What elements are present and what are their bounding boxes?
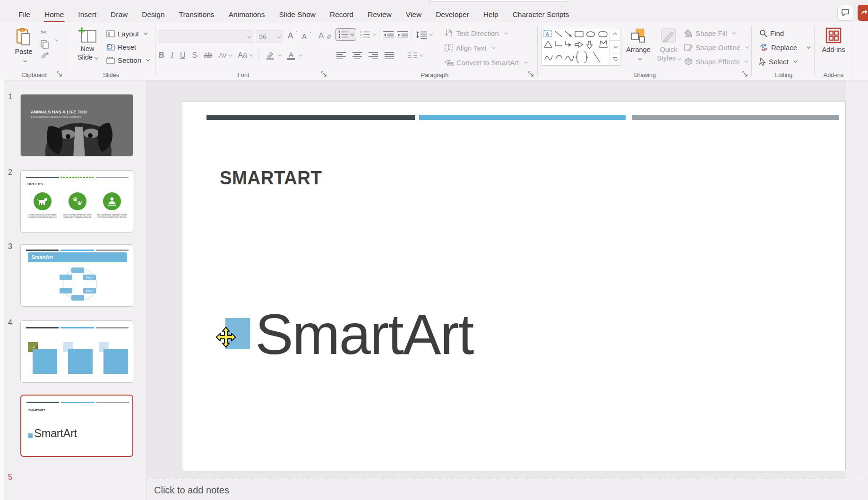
accent-bar-dark[interactable] [206,115,415,120]
slide-thumbnail-1[interactable]: ANIMALS HAS A LIFE TOO A DOCUMENTARY BAS… [20,94,133,156]
arrange-button[interactable]: Arrange [625,28,652,62]
tab-character-scripts[interactable]: Character Scripts [506,8,576,22]
slide-thumbnail-2[interactable]: BREEDS LOREM IPSUM DOLOR SIT AMET, CONSE… [20,170,133,233]
font-name-combo[interactable] [158,30,253,43]
slide-thumbnail-5-selected[interactable]: SMARTART SmartArt [20,395,133,457]
decrease-font-size-button[interactable]: Aˇ [301,30,312,42]
group-separator [751,26,752,76]
shape-outline-label: Shape Outline [696,43,740,52]
character-spacing-button[interactable]: AV [219,52,226,59]
copy-button[interactable] [41,40,49,49]
notes-placeholder[interactable]: Click to add notes [154,485,229,496]
tab-animations[interactable]: Animations [222,8,272,22]
slide-title[interactable]: SMARTART [220,167,322,189]
reset-button[interactable]: Reset [105,41,150,52]
addins-button-label: Add-ins [819,45,848,54]
format-painter-button[interactable] [41,52,49,60]
align-text-button[interactable]: Align Text [443,42,528,53]
quick-styles-button[interactable]: QuickStyles [655,28,682,62]
tab-insert[interactable]: Insert [71,8,103,22]
replace-button[interactable]: bc Replace [758,42,811,53]
paste-dropdown-chevron[interactable] [23,58,27,62]
canvas-right-scroll-area[interactable] [846,80,868,479]
thumb1-subtitle: A DOCUMENTARY BASED ON TRUE INCIDENTS [31,116,81,118]
line-spacing-button[interactable] [416,31,432,39]
clipboard-group: Paste ✂ Clipboard [4,22,64,80]
tab-draw[interactable]: Draw [103,8,135,22]
font-group: 96 Aˆ Aˇ A B I U S ab AV Aa A [158,22,329,80]
tab-transitions[interactable]: Transitions [172,8,222,22]
new-slide-button[interactable]: New Slide [73,27,102,61]
tab-file[interactable]: File [11,8,37,22]
layout-button[interactable]: Layout [105,28,150,39]
italic-button[interactable]: I [171,51,173,60]
align-left-button[interactable] [336,52,346,59]
slide-body-text[interactable]: SmartArt [255,304,473,364]
slide-thumbnail-3[interactable]: SmartArt Step 1 Step 2 [20,244,133,307]
reset-label: Reset [118,43,136,51]
select-button[interactable]: Select [758,56,811,67]
drawing-dialog-launcher[interactable] [742,71,749,78]
paragraph-dialog-launcher[interactable] [528,71,535,78]
cycle-node [71,267,84,273]
clear-formatting-button[interactable]: A [317,30,333,42]
tab-help[interactable]: Help [476,8,506,22]
notes-pane[interactable]: Click to add notes [147,479,868,500]
justify-button[interactable] [385,52,394,59]
paragraph-group-label: Paragraph [334,72,536,78]
align-right-button[interactable] [369,52,378,59]
bold-button[interactable]: B [159,51,164,60]
text-direction-button[interactable]: A Text Direction [443,27,528,39]
paste-button[interactable]: Paste [10,28,37,64]
tab-record[interactable]: Record [323,8,361,22]
gallery-scroll-up-button[interactable] [610,28,620,40]
accent-bar-blue[interactable] [419,115,626,120]
section-button[interactable]: Section [105,54,150,66]
accent-bar-grey[interactable] [632,115,839,120]
tab-developer[interactable]: Developer [429,8,476,22]
slide-canvas[interactable]: SMARTART SmartArt [182,102,846,471]
section-label: Section [118,56,141,64]
tab-view[interactable]: View [399,8,429,22]
tab-home[interactable]: Home [37,8,71,22]
slide-thumbnail-4[interactable] [20,320,133,383]
cycle-node [60,275,72,280]
gallery-scroll-down-button[interactable] [610,40,620,53]
change-case-button[interactable]: Aa [238,51,247,60]
font-color-button[interactable]: A [287,51,295,60]
font-dialog-launcher[interactable] [321,71,328,78]
search-box-remnant[interactable] [428,0,569,1]
find-button[interactable]: Find [758,27,811,39]
strikethrough-button[interactable]: ab [204,51,212,60]
increase-indent-button[interactable] [397,31,408,38]
tab-slide-show[interactable]: Slide Show [272,8,323,22]
clipboard-group-label: Clipboard [4,72,64,78]
underline-button[interactable]: U [180,51,186,60]
clipboard-dialog-launcher[interactable] [57,71,63,78]
shape-outline-button[interactable]: Shape Outline [683,42,749,53]
thumb5-bullet [28,433,33,438]
shape-fill-icon [684,29,693,37]
shape-fill-button[interactable]: Shape Fill [683,27,749,39]
increase-font-size-button[interactable]: Aˆ [286,30,299,42]
shape-effects-button[interactable]: Shape Effects [683,56,749,67]
numbering-button[interactable]: 123 [360,31,375,38]
addins-button[interactable]: Add-ins [819,27,848,54]
shape-gallery[interactable]: A [541,28,620,66]
bullets-button[interactable] [335,28,356,41]
tab-review[interactable]: Review [361,8,399,22]
highlight-color-button[interactable] [266,51,275,60]
cut-button[interactable]: ✂ [41,28,49,37]
gallery-more-button[interactable] [610,53,620,65]
panel-left-scrollbar[interactable] [0,80,4,500]
decrease-indent-button[interactable] [383,31,394,38]
font-size-combo[interactable]: 96 [256,30,283,43]
tab-design[interactable]: Design [135,8,172,22]
columns-button[interactable] [408,52,422,59]
align-center-button[interactable] [352,52,362,59]
font-color-swatch [287,58,295,60]
convert-to-smartart-button[interactable]: Convert to SmartArt [443,57,528,68]
powerpoint-window: File Home Insert Draw Design Transitions… [0,0,868,500]
copy-dropdown-chevron[interactable] [55,37,59,41]
text-shadow-button[interactable]: S [192,51,197,60]
